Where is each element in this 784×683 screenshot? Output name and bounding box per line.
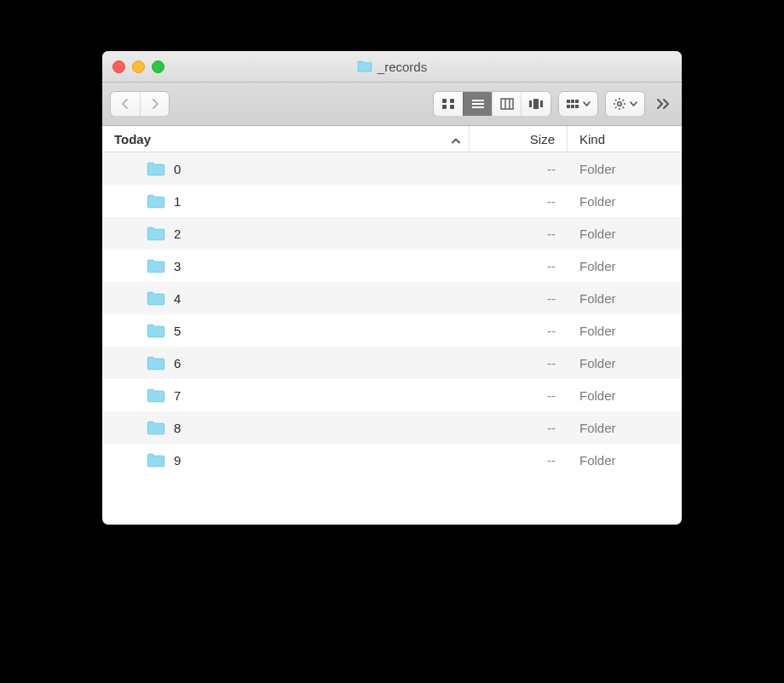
file-name-cell: 2 <box>102 227 470 241</box>
file-name: 8 <box>174 421 181 435</box>
table-row[interactable]: 0--Folder <box>102 152 682 185</box>
svg-rect-13 <box>567 100 570 103</box>
file-kind-cell: Folder <box>568 291 682 306</box>
table-row[interactable]: 7--Folder <box>102 379 682 411</box>
chevron-left-icon <box>121 98 130 110</box>
file-size-cell: -- <box>470 162 568 176</box>
folder-icon <box>147 324 165 338</box>
chevron-right-icon <box>151 98 159 110</box>
folder-icon <box>147 421 165 435</box>
file-size-cell: -- <box>470 324 568 338</box>
chevron-down-icon <box>630 101 637 106</box>
file-size-cell: -- <box>470 421 568 435</box>
svg-rect-5 <box>472 103 484 105</box>
coverflow-view-button[interactable] <box>521 92 551 116</box>
file-size-cell: -- <box>470 388 568 403</box>
svg-rect-1 <box>450 99 454 103</box>
table-row[interactable]: 9--Folder <box>102 444 682 476</box>
file-name: 9 <box>174 453 181 468</box>
svg-rect-12 <box>540 100 543 107</box>
toolbar-overflow-button[interactable] <box>653 92 673 116</box>
icon-view-button[interactable] <box>434 92 463 116</box>
column-view-button[interactable] <box>492 92 521 116</box>
svg-line-24 <box>615 100 617 101</box>
file-size-cell: -- <box>470 227 568 241</box>
table-row[interactable]: 3--Folder <box>102 250 682 282</box>
nav-buttons <box>111 92 169 116</box>
folder-icon <box>147 453 165 468</box>
svg-rect-10 <box>529 100 532 107</box>
file-name-cell: 1 <box>102 194 470 209</box>
file-kind-cell: Folder <box>568 227 682 241</box>
size-column-label: Size <box>530 132 555 146</box>
svg-rect-16 <box>567 105 570 108</box>
sort-indicator <box>452 132 460 146</box>
file-kind-cell: Folder <box>568 162 682 176</box>
folder-icon <box>147 162 165 176</box>
arrange-icon <box>566 99 579 109</box>
svg-point-19 <box>618 102 621 106</box>
file-kind-cell: Folder <box>568 356 682 370</box>
window-title-text: _records <box>378 60 427 74</box>
table-row[interactable]: 1--Folder <box>102 185 682 217</box>
file-kind-cell: Folder <box>568 421 682 435</box>
svg-rect-2 <box>442 105 447 109</box>
table-row[interactable]: 5--Folder <box>102 314 682 347</box>
file-name: 2 <box>174 227 181 241</box>
arrange-button[interactable] <box>559 92 597 116</box>
folder-icon <box>147 291 165 306</box>
folder-icon <box>147 259 165 273</box>
name-column-header[interactable]: Today <box>102 132 469 146</box>
arrange-button-group <box>559 92 597 116</box>
file-name-cell: 5 <box>102 324 470 338</box>
table-row[interactable]: 4--Folder <box>102 282 682 314</box>
zoom-window-button[interactable] <box>152 60 164 73</box>
table-row[interactable]: 6--Folder <box>102 347 682 379</box>
chevron-up-icon <box>452 138 460 144</box>
finder-window: _records <box>102 51 682 525</box>
svg-rect-15 <box>575 100 579 103</box>
icon-view-icon <box>441 98 455 110</box>
titlebar: _records <box>102 51 682 83</box>
back-button[interactable] <box>111 92 140 116</box>
file-name-cell: 9 <box>102 453 470 468</box>
svg-rect-18 <box>575 105 579 108</box>
file-kind-cell: Folder <box>568 388 682 403</box>
file-list[interactable]: 0--Folder1--Folder2--Folder3--Folder4--F… <box>102 152 682 525</box>
kind-column-header[interactable]: Kind <box>567 126 682 152</box>
file-name: 7 <box>174 388 181 403</box>
folder-icon <box>147 356 165 370</box>
close-window-button[interactable] <box>112 60 125 73</box>
svg-rect-7 <box>501 99 513 109</box>
svg-rect-6 <box>472 106 484 108</box>
gear-icon <box>613 97 626 111</box>
view-mode-buttons <box>434 92 551 116</box>
table-row[interactable]: 2--Folder <box>102 217 682 250</box>
window-controls <box>102 60 164 73</box>
chevron-down-icon <box>583 101 591 106</box>
svg-line-26 <box>615 107 617 109</box>
folder-icon <box>147 194 165 209</box>
file-size-cell: -- <box>470 259 568 273</box>
folder-icon <box>357 60 372 72</box>
forward-button[interactable] <box>140 92 169 116</box>
double-chevron-right-icon <box>656 98 670 110</box>
kind-column-label: Kind <box>579 132 605 146</box>
file-name-cell: 7 <box>102 388 470 403</box>
action-button[interactable] <box>606 92 644 116</box>
file-name-cell: 4 <box>102 291 470 306</box>
folder-icon <box>147 388 165 403</box>
size-column-header[interactable]: Size <box>469 126 567 152</box>
file-kind-cell: Folder <box>568 324 682 338</box>
list-view-button[interactable] <box>463 92 492 116</box>
window-title: _records <box>102 60 682 74</box>
action-button-group <box>606 92 644 116</box>
file-name: 5 <box>174 324 181 338</box>
file-name: 4 <box>174 291 181 306</box>
folder-icon <box>147 227 165 241</box>
minimize-window-button[interactable] <box>132 60 145 73</box>
toolbar <box>102 83 682 126</box>
svg-line-25 <box>623 107 625 109</box>
column-view-icon <box>500 98 514 110</box>
table-row[interactable]: 8--Folder <box>102 411 682 444</box>
